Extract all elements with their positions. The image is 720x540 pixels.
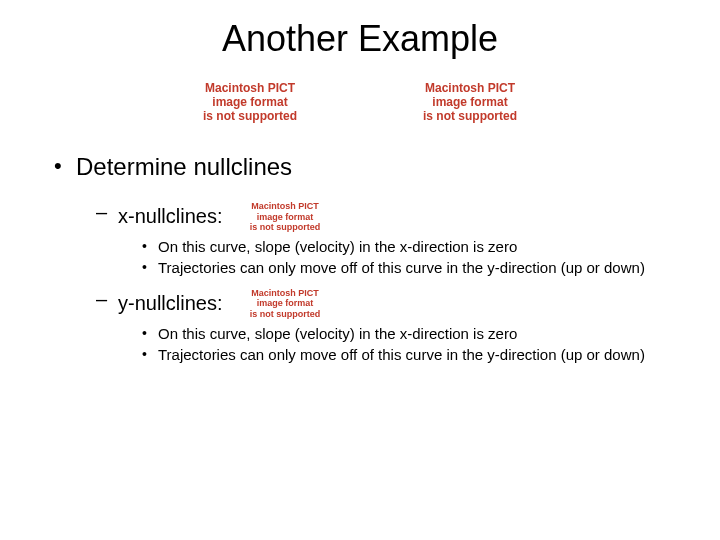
- top-image-row: Macintosh PICT image format is not suppo…: [40, 82, 680, 123]
- list-item: y-nullclines: Macintosh PICT image forma…: [94, 288, 680, 365]
- pict-error-line2: image format: [257, 212, 314, 222]
- pict-error-line2: image format: [257, 298, 314, 308]
- pict-error-icon: Macintosh PICT image format is not suppo…: [240, 288, 330, 319]
- list-item: x-nullclines: Macintosh PICT image forma…: [94, 201, 680, 278]
- pict-error-line1: Macintosh PICT: [205, 81, 295, 95]
- pict-error-line3: is not supported: [203, 109, 297, 123]
- level3-text: Trajectories can only move off of this c…: [158, 346, 645, 363]
- pict-error-line1: Macintosh PICT: [251, 201, 319, 211]
- pict-error-line2: image format: [432, 95, 507, 109]
- level3-list: On this curve, slope (velocity) in the x…: [140, 325, 680, 365]
- slide: Another Example Macintosh PICT image for…: [0, 0, 720, 540]
- list-item: On this curve, slope (velocity) in the x…: [140, 325, 680, 344]
- list-item: Determine nullclines x-nullclines: Macin…: [50, 153, 680, 364]
- list-item: On this curve, slope (velocity) in the x…: [140, 238, 680, 257]
- pict-error-line3: is not supported: [250, 309, 321, 319]
- pict-error-line3: is not supported: [423, 109, 517, 123]
- level2-list: x-nullclines: Macintosh PICT image forma…: [94, 201, 680, 364]
- level2-text: y-nullclines:: [118, 292, 222, 315]
- level3-text: Trajectories can only move off of this c…: [158, 259, 645, 276]
- level3-text: On this curve, slope (velocity) in the x…: [158, 238, 517, 255]
- slide-title: Another Example: [40, 18, 680, 60]
- pict-error-icon: Macintosh PICT image format is not suppo…: [180, 82, 320, 123]
- level2-text: x-nullclines:: [118, 205, 222, 228]
- level3-text: On this curve, slope (velocity) in the x…: [158, 325, 517, 342]
- pict-error-line1: Macintosh PICT: [425, 81, 515, 95]
- pict-error-icon: Macintosh PICT image format is not suppo…: [240, 201, 330, 232]
- list-item: Trajectories can only move off of this c…: [140, 346, 680, 365]
- pict-error-icon: Macintosh PICT image format is not suppo…: [400, 82, 540, 123]
- level1-text: Determine nullclines: [76, 153, 292, 180]
- list-item: Trajectories can only move off of this c…: [140, 259, 680, 278]
- pict-error-line3: is not supported: [250, 222, 321, 232]
- pict-error-line2: image format: [212, 95, 287, 109]
- bullet-content: Determine nullclines x-nullclines: Macin…: [50, 153, 680, 364]
- pict-error-line1: Macintosh PICT: [251, 288, 319, 298]
- level3-list: On this curve, slope (velocity) in the x…: [140, 238, 680, 278]
- level1-list: Determine nullclines x-nullclines: Macin…: [50, 153, 680, 364]
